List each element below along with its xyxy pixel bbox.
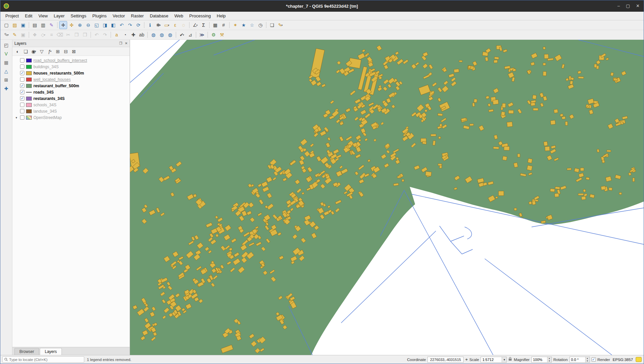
project-new-button[interactable]: ▢ — [2, 21, 10, 29]
layer-label[interactable]: landuse_34S — [33, 109, 57, 114]
layout-manager-button[interactable]: ▥ — [39, 21, 47, 29]
layer-item[interactable]: ✓restaurants_34S — [12, 95, 130, 102]
paste-features-button[interactable]: ❒ — [81, 31, 89, 39]
locate-input[interactable] — [9, 358, 82, 362]
extents-toggle-icon[interactable]: ⌖ — [465, 357, 468, 362]
copy-features-button[interactable]: ❐ — [73, 31, 81, 39]
layer-labeling-button[interactable]: a — [113, 31, 121, 39]
show-bookmarks-button[interactable]: ☆ — [248, 21, 256, 29]
current-edits-dropdown-arrow[interactable]: ▾ — [7, 33, 9, 36]
layer-visibility-checkbox[interactable] — [20, 109, 24, 113]
menu-settings[interactable]: Settings — [68, 12, 89, 19]
new-shapefile-button[interactable]: ✚ — [2, 85, 10, 93]
select-features-button[interactable]: ▭▾ — [163, 21, 171, 29]
style-manager-button[interactable]: ✎ — [47, 21, 55, 29]
rotation-down-arrow[interactable]: ▼ — [586, 360, 590, 362]
geometry-checker-dropdown-arrow[interactable]: ▾ — [183, 33, 184, 36]
add-mesh-layer-button[interactable]: △ — [2, 67, 10, 75]
zoom-to-selection-button[interactable]: ◨ — [101, 21, 109, 29]
menu-database[interactable]: Database — [147, 12, 171, 19]
coordinate-input[interactable] — [427, 357, 464, 363]
scale-combo[interactable]: ▾ — [481, 357, 507, 363]
metasearch-button[interactable]: ◍ — [149, 31, 157, 39]
statistical-summary-button[interactable]: Σ — [200, 21, 208, 29]
layer-visibility-checkbox[interactable] — [20, 58, 24, 63]
new-bookmark-button[interactable]: ★ — [240, 21, 248, 29]
add-text-layer-button[interactable]: ⊞ — [2, 76, 10, 84]
add-raster-layer-button[interactable]: ▦ — [2, 58, 10, 67]
zoom-in-button[interactable]: ⊕ — [76, 21, 84, 29]
render-checkbox[interactable]: ✓ — [592, 357, 596, 362]
expand-all-button[interactable]: ⊞ — [54, 47, 62, 55]
vertex-tool-button[interactable]: ◇▾ — [39, 31, 47, 39]
vertex-tool-dropdown-arrow[interactable]: ▾ — [44, 33, 45, 36]
layer-label[interactable]: road_school_buffers_intersect — [33, 58, 87, 63]
filter-by-expression-button[interactable]: ƒ▾ — [46, 47, 54, 55]
web-service-2-button[interactable]: ◍ — [166, 31, 174, 39]
magnifier-up-arrow[interactable]: ▲ — [547, 357, 551, 360]
annotations-dropdown-arrow[interactable]: ▾ — [281, 24, 283, 27]
filter-legend-button[interactable]: ▽ — [38, 47, 46, 55]
message-log-icon[interactable] — [636, 357, 642, 362]
add-vector-layer-button[interactable]: V — [2, 50, 10, 58]
layer-item[interactable]: ✓roads_34S — [12, 89, 130, 95]
remove-layer-button[interactable]: ⊠ — [70, 47, 78, 55]
zoom-out-button[interactable]: ⊖ — [84, 21, 92, 29]
layer-label[interactable]: OpenStreetMap — [33, 115, 62, 120]
layer-item[interactable]: landuse_34S — [12, 108, 130, 114]
cut-features-button[interactable]: ✂ — [64, 31, 72, 39]
delete-selected-button[interactable]: ⌫ — [56, 31, 64, 39]
scale-input[interactable] — [481, 358, 502, 362]
menu-edit[interactable]: Edit — [22, 12, 35, 19]
processing-toolbox-button[interactable]: ⚙ — [210, 31, 218, 39]
highlight-labels-button[interactable]: ab — [138, 31, 146, 39]
layer-label[interactable]: roads_34S — [33, 90, 54, 95]
attributes-table-button[interactable]: ▦ — [211, 21, 219, 29]
topology-checker-button[interactable]: ⊿ — [186, 31, 194, 39]
annotations-button[interactable]: ✎▾ — [276, 21, 284, 29]
panel-tab-layers[interactable]: Layers — [40, 348, 62, 355]
layer-item[interactable]: buildings_34S — [12, 64, 130, 70]
layer-visibility-checkbox[interactable] — [20, 115, 24, 120]
menu-project[interactable]: Project — [2, 12, 22, 19]
close-panel-button[interactable]: ✕ — [125, 41, 128, 45]
menu-layer[interactable]: Layer — [51, 12, 68, 19]
measure-button[interactable]: ∠▾ — [191, 21, 199, 29]
add-group-button[interactable]: ❏ — [22, 47, 30, 55]
field-calculator-button[interactable]: # — [220, 21, 228, 29]
magnifier-down-arrow[interactable]: ▼ — [547, 360, 551, 362]
current-edits-button[interactable]: ✎▾ — [2, 31, 10, 39]
undo-button[interactable]: ↶ — [93, 31, 101, 39]
temporal-controller-button[interactable]: ◷ — [256, 21, 264, 29]
add-feature-button[interactable]: ❖ — [31, 31, 39, 39]
menu-processing[interactable]: Processing — [186, 12, 214, 19]
modify-attributes-button[interactable]: ≡ — [47, 31, 55, 39]
toggle-editing-button[interactable]: ✎ — [11, 31, 19, 39]
menu-web[interactable]: Web — [171, 12, 186, 19]
open-layer-styling-button[interactable]: ◐ — [14, 47, 22, 55]
run-feature-action-button[interactable]: ✱▾ — [154, 21, 162, 29]
save-layer-edits-button[interactable]: ▣ — [19, 31, 27, 39]
manage-map-themes-dropdown-arrow[interactable]: ▾ — [35, 50, 36, 53]
collapse-all-button[interactable]: ⊟ — [62, 47, 70, 55]
menu-help[interactable]: Help — [214, 12, 229, 19]
map-canvas[interactable] — [130, 40, 644, 355]
layer-item[interactable]: schools_34S — [12, 102, 130, 108]
measure-dropdown-arrow[interactable]: ▾ — [196, 24, 198, 27]
menu-vector[interactable]: Vector — [110, 12, 128, 19]
web-service-1-button[interactable]: ◍ — [158, 31, 166, 39]
project-open-button[interactable]: ▨ — [11, 21, 19, 29]
close-button[interactable]: ✕ — [636, 0, 640, 12]
graphical-modeler-button[interactable]: ⚒ — [218, 31, 226, 39]
layer-diagram-button[interactable]: ◔ — [121, 31, 129, 39]
menu-plugins[interactable]: Plugins — [89, 12, 110, 19]
layer-item[interactable]: road_school_buffers_intersect — [12, 57, 130, 64]
float-panel-button[interactable]: ❐ — [119, 41, 122, 45]
select-features-dropdown-arrow[interactable]: ▾ — [168, 24, 169, 27]
layer-label[interactable]: restaurants_34S — [33, 96, 65, 101]
python-console-button[interactable]: ≫ — [198, 31, 206, 39]
pan-to-selection-button[interactable]: ✜ — [68, 21, 76, 29]
select-by-expression-button[interactable]: ε — [171, 21, 179, 29]
layer-label[interactable]: houses_restaurants_500m — [33, 71, 84, 76]
layer-visibility-checkbox[interactable]: ✓ — [20, 84, 24, 88]
